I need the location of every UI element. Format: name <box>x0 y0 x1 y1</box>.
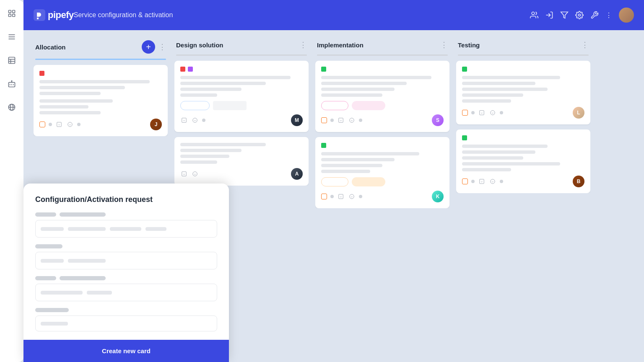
header: pipefy Service configuration & activatio… <box>23 0 644 30</box>
column-allocation-title: Allocation <box>35 44 138 51</box>
card-icon-dot2 <box>359 119 362 122</box>
card-icon-sq-arr[interactable] <box>478 178 486 185</box>
card-tags <box>180 67 303 72</box>
svg-rect-0 <box>9 10 11 13</box>
sidebar-item-list[interactable] <box>5 30 18 44</box>
card-badges <box>321 177 444 186</box>
svg-rect-27 <box>182 118 187 123</box>
sidebar-item-table[interactable] <box>5 54 18 67</box>
card-icon-sq-arr[interactable] <box>478 109 486 116</box>
card-icon-circ-arr[interactable] <box>348 116 356 124</box>
card-icon-orange-sq[interactable] <box>321 194 327 199</box>
form-input-3[interactable] <box>35 284 217 301</box>
card-icon-circ-arr[interactable] <box>348 193 356 200</box>
card-tags <box>321 67 444 72</box>
card-action-icons <box>180 170 199 178</box>
card-test-1[interactable]: L <box>456 61 590 124</box>
card-icon-circ-arr[interactable] <box>489 178 496 185</box>
card-alloc-1[interactable]: J <box>34 65 168 136</box>
card-avatar: J <box>150 119 162 130</box>
card-badges <box>321 101 444 110</box>
svg-point-32 <box>350 118 354 123</box>
card-icon-orange-sq[interactable] <box>462 110 468 116</box>
card-footer: S <box>321 114 444 126</box>
column-impl-divider <box>317 54 448 56</box>
card-tags <box>462 135 584 140</box>
card-icon-dot1 <box>471 180 475 183</box>
card-icon-sq-arr[interactable] <box>337 116 345 124</box>
field-label-row-3 <box>35 276 217 280</box>
sidebar-item-grid[interactable] <box>5 7 18 20</box>
column-testing-menu[interactable]: ⋮ <box>581 40 589 49</box>
card-action-icons <box>321 193 362 200</box>
card-icon-dot1 <box>330 119 334 122</box>
header-filter-icon[interactable] <box>560 11 569 19</box>
badge-outline <box>180 101 210 110</box>
card-impl-1[interactable]: S <box>315 61 449 132</box>
field-label-block <box>35 276 56 280</box>
card-footer: A <box>180 168 303 180</box>
card-badges <box>180 101 303 110</box>
form-field-3 <box>35 276 217 301</box>
card-icon-sq-arr[interactable] <box>55 121 63 128</box>
card-impl-2[interactable]: K <box>315 137 449 208</box>
column-impl-menu[interactable]: ⋮ <box>440 40 448 49</box>
header-users-icon[interactable] <box>530 11 538 19</box>
header-title: Service configuration & activation <box>74 11 173 19</box>
svg-marker-23 <box>561 12 568 18</box>
card-icon-orange-sq[interactable] <box>39 122 45 127</box>
svg-rect-33 <box>339 194 343 199</box>
input-placeholder <box>41 291 112 295</box>
column-design-title: Design solution <box>176 41 296 49</box>
card-design-2[interactable]: A <box>174 137 309 186</box>
card-avatar: M <box>291 114 303 126</box>
card-icon-circ-arr[interactable] <box>191 116 199 124</box>
sidebar-item-bot[interactable] <box>5 77 18 90</box>
svg-point-36 <box>491 111 495 115</box>
svg-point-28 <box>193 118 197 123</box>
card-icon-orange-sq[interactable] <box>321 117 327 123</box>
logo-text: pipefy <box>48 10 74 21</box>
create-card-button[interactable]: Create new card <box>23 340 229 362</box>
modal-title: Configuration/Activation request <box>35 195 217 204</box>
tag-green <box>321 143 326 148</box>
column-add-button[interactable]: + <box>142 40 155 54</box>
field-label-block <box>35 212 56 217</box>
header-login-icon[interactable] <box>545 11 553 19</box>
card-icon-dot1 <box>471 111 475 114</box>
badge-filled-orange <box>352 177 385 186</box>
card-icon-circ-arr[interactable] <box>489 109 496 116</box>
card-icon-sq-arr2[interactable] <box>180 170 188 178</box>
header-tool-icon[interactable] <box>590 11 599 19</box>
card-design-1[interactable]: M <box>174 61 309 132</box>
card-icon-orange-sq[interactable] <box>462 178 468 184</box>
input-placeholder <box>41 227 212 231</box>
form-input-1[interactable] <box>35 220 217 238</box>
card-icon-sq-arr[interactable] <box>180 116 188 124</box>
card-icon-sq-arr[interactable] <box>337 193 345 200</box>
tag-green <box>321 67 326 72</box>
form-input-2[interactable] <box>35 252 217 269</box>
field-label-row-2 <box>35 244 217 248</box>
card-icon-dot2 <box>500 180 503 183</box>
column-implementation: Implementation ⋮ <box>315 40 449 352</box>
form-input-4[interactable] <box>35 315 217 331</box>
header-more-icon[interactable]: ⋮ <box>605 11 612 19</box>
column-testing: Testing ⋮ <box>456 40 590 352</box>
column-design-header: Design solution ⋮ <box>174 40 309 49</box>
badge-gray <box>213 101 247 110</box>
sidebar-item-globe[interactable] <box>5 101 18 114</box>
pipefy-logo-icon <box>34 9 45 21</box>
column-design-menu[interactable]: ⋮ <box>299 40 307 49</box>
card-avatar: B <box>573 176 584 187</box>
svg-rect-25 <box>57 122 62 127</box>
column-menu-button[interactable]: ⋮ <box>158 42 166 52</box>
column-allocation-header: Allocation + ⋮ <box>34 40 168 54</box>
svg-rect-3 <box>13 14 15 17</box>
card-avatar: K <box>432 191 444 202</box>
card-test-2[interactable]: B <box>456 129 590 193</box>
user-avatar[interactable] <box>619 8 634 23</box>
card-icon-circ-arr2[interactable] <box>191 170 199 178</box>
header-settings-icon[interactable] <box>575 11 584 19</box>
card-icon-circ-arr[interactable] <box>66 121 74 128</box>
